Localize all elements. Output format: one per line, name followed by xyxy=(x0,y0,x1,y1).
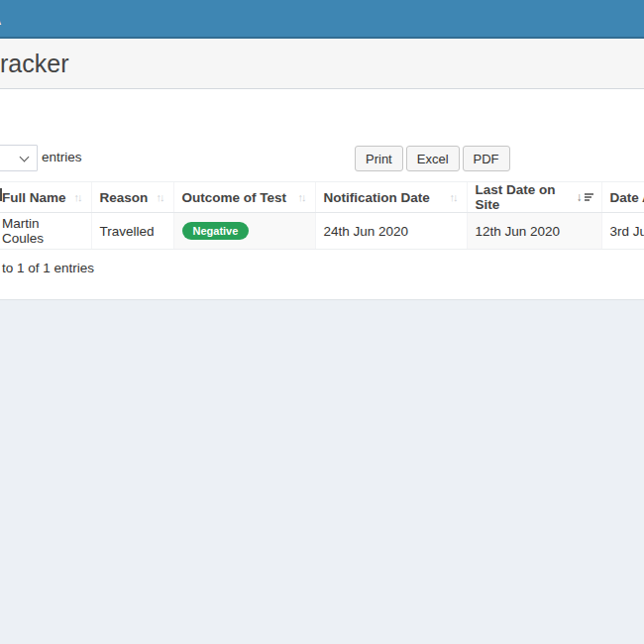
cell-last-date-on-site: 12th Jun 2020 xyxy=(467,213,601,250)
chevron-down-icon xyxy=(20,153,30,162)
column-header-reason[interactable]: Reason ↑↓ xyxy=(91,182,173,213)
column-header-outcome[interactable]: Outcome of Test ↑↓ xyxy=(173,182,315,213)
outcome-status-badge: Negative xyxy=(182,222,250,240)
table-info-text: to 1 of 1 entries xyxy=(2,261,94,275)
entries-label: entries xyxy=(42,150,82,164)
cell-outcome: Negative xyxy=(173,213,315,250)
sort-icon: ↑↓ xyxy=(450,191,459,203)
print-button[interactable]: Print xyxy=(355,146,403,171)
sort-icon: ↑↓ xyxy=(74,191,83,203)
table-header-row: Full Name ↑↓ Reason ↑↓ O xyxy=(0,182,644,213)
sort-descending-icon: ↓ xyxy=(577,191,593,203)
content-area: entries Print Excel PDF Full Name xyxy=(0,89,644,300)
page-length-select[interactable] xyxy=(0,145,38,171)
sort-icon: ↑↓ xyxy=(298,191,307,203)
export-buttons: Print Excel PDF xyxy=(355,146,510,171)
brand-logo-fragment: A xyxy=(0,7,2,30)
page-title: racker xyxy=(0,50,68,78)
cell-reason: Travelled xyxy=(91,213,173,250)
pdf-button[interactable]: PDF xyxy=(463,146,510,171)
column-header-full-name[interactable]: Full Name ↑↓ xyxy=(0,182,91,213)
column-header-date-a[interactable]: Date A xyxy=(601,182,644,213)
app-screen: A racker entries Print Excel PDF xyxy=(0,0,644,644)
excel-button[interactable]: Excel xyxy=(406,146,460,171)
cell-full-name: Martin Coules xyxy=(0,213,91,250)
tracker-table: Full Name ↑↓ Reason ↑↓ O xyxy=(0,181,644,250)
column-header-notification-date[interactable]: Notification Date ↑↓ xyxy=(315,182,467,213)
column-header-last-date-on-site[interactable]: Last Date on Site ↓ xyxy=(467,182,601,213)
sort-icon: ↑↓ xyxy=(157,191,165,203)
cell-notification-date: 24th Jun 2020 xyxy=(315,213,467,250)
table-row: Martin Coules Travelled Negative 24th Ju… xyxy=(0,213,644,250)
page-header-bar: racker xyxy=(0,39,644,89)
cell-date-a: 3rd Ju xyxy=(601,213,644,250)
top-navbar: A xyxy=(0,0,644,39)
